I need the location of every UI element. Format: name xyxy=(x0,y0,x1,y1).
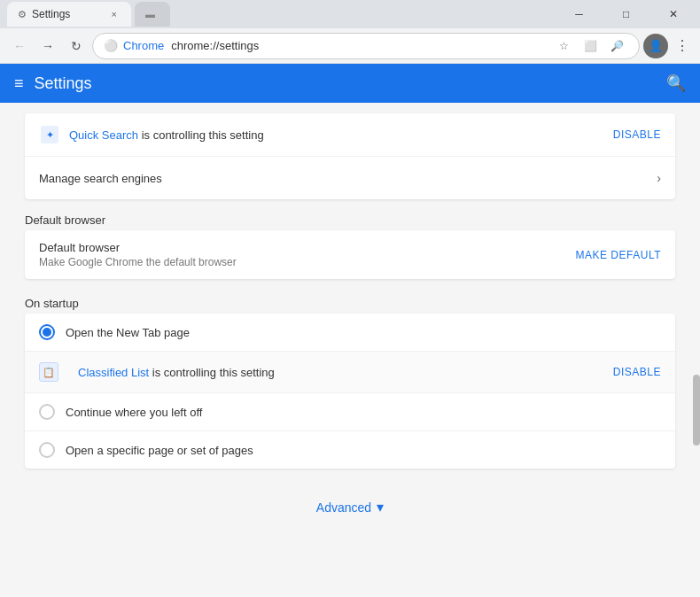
continue-option-row[interactable]: Continue where you left off xyxy=(25,393,675,431)
new-tab-radio-inner xyxy=(43,328,51,337)
manage-engines-arrow: › xyxy=(657,171,661,185)
new-tab-option-row[interactable]: Open the New Tab page xyxy=(25,314,675,352)
new-tab-label: Open the New Tab page xyxy=(66,326,190,339)
on-startup-card: Open the New Tab page 📋 Classified List … xyxy=(25,314,675,469)
address-bar[interactable]: ⚪ Chrome chrome://settings ☆ ⬜ 🔎 xyxy=(92,33,640,59)
continue-radio[interactable] xyxy=(39,404,55,420)
search-icon[interactable]: 🔍 xyxy=(666,74,686,93)
continue-label: Continue where you left off xyxy=(66,406,202,419)
maximize-button[interactable]: □ xyxy=(606,0,646,28)
page-title: Settings xyxy=(35,74,656,93)
default-browser-subtitle: Make Google Chrome the default browser xyxy=(39,256,576,268)
make-default-button[interactable]: MAKE DEFAULT xyxy=(576,249,661,261)
inactive-tab-indicator: ▬ xyxy=(145,9,155,19)
inactive-tab[interactable]: ▬ xyxy=(135,2,170,27)
quick-search-link[interactable]: Quick Search xyxy=(69,128,138,142)
new-tab-radio[interactable] xyxy=(39,324,55,340)
classified-list-row: 📋 Classified List is controlling this se… xyxy=(25,352,675,393)
search-control-section: ✦ Quick Search is controlling this setti… xyxy=(0,113,700,199)
search-disable-button[interactable]: DISABLE xyxy=(613,128,661,141)
chrome-icon: ⚪ xyxy=(104,39,118,52)
search-control-suffix: is controlling this setting xyxy=(138,128,264,142)
search-control-text: Quick Search is controlling this setting xyxy=(69,128,613,142)
minimize-button[interactable]: ─ xyxy=(559,0,599,28)
window-controls: ─ □ ✕ xyxy=(559,0,693,28)
manage-engines-label: Manage search engines xyxy=(39,172,657,185)
content-area: ✦ Quick Search is controlling this setti… xyxy=(0,103,700,597)
active-tab[interactable]: ⚙ Settings × xyxy=(7,2,131,27)
advanced-arrow-icon: ▾ xyxy=(377,499,384,516)
on-startup-label: On startup xyxy=(25,290,675,314)
bookmark-button[interactable]: ☆ xyxy=(552,35,575,58)
default-browser-row: Default browser Make Google Chrome the d… xyxy=(25,230,675,279)
default-browser-section: Default browser Default browser Make Goo… xyxy=(0,206,700,279)
menu-button[interactable]: ⋮ xyxy=(672,34,693,58)
default-browser-card: Default browser Make Google Chrome the d… xyxy=(25,230,675,279)
close-button[interactable]: ✕ xyxy=(653,0,693,28)
address-actions: ☆ ⬜ 🔎 xyxy=(552,35,628,58)
url-site: Chrome xyxy=(123,39,164,52)
classified-list-icon: 📋 xyxy=(39,362,58,382)
lens-button[interactable]: 🔎 xyxy=(605,35,628,58)
url-text: chrome://settings xyxy=(171,39,547,52)
classified-list-suffix: is controlling this setting xyxy=(149,366,275,379)
settings-tab-icon: ⚙ xyxy=(18,9,27,20)
default-browser-title: Default browser xyxy=(39,241,576,254)
specific-page-label: Open a specific page or set of pages xyxy=(66,444,253,457)
advanced-button[interactable]: Advanced ▾ xyxy=(306,493,394,521)
default-browser-content: Default browser Make Google Chrome the d… xyxy=(39,241,576,268)
nav-right: 👤 ⋮ xyxy=(643,34,693,58)
advanced-label: Advanced xyxy=(316,500,371,515)
forward-button[interactable]: → xyxy=(35,34,60,58)
manage-engines-row[interactable]: Manage search engines › xyxy=(25,157,675,199)
title-bar-left: ⚙ Settings × ▬ xyxy=(7,2,554,27)
user-avatar[interactable]: 👤 xyxy=(643,34,668,58)
refresh-button[interactable]: ↻ xyxy=(64,34,89,58)
cast-button[interactable]: ⬜ xyxy=(579,35,602,58)
specific-page-option-row[interactable]: Open a specific page or set of pages xyxy=(25,431,675,469)
tab-title: Settings xyxy=(32,8,70,20)
scrollbar-thumb[interactable] xyxy=(693,375,700,446)
on-startup-section: On startup Open the New Tab page 📋 Class… xyxy=(0,290,700,469)
navigation-bar: ← → ↻ ⚪ Chrome chrome://settings ☆ ⬜ 🔎 👤… xyxy=(0,28,700,64)
back-button[interactable]: ← xyxy=(7,34,32,58)
search-control-card: ✦ Quick Search is controlling this setti… xyxy=(25,113,675,199)
advanced-section: Advanced ▾ xyxy=(0,476,700,530)
classified-disable-button[interactable]: DISABLE xyxy=(613,366,661,378)
specific-page-radio[interactable] xyxy=(39,442,55,458)
default-browser-label: Default browser xyxy=(25,206,675,230)
main-content: ✦ Quick Search is controlling this setti… xyxy=(0,103,700,597)
scrollbar-track[interactable] xyxy=(693,103,700,597)
chrome-header: ≡ Settings 🔍 xyxy=(0,64,700,103)
classified-list-link[interactable]: Classified List xyxy=(78,366,149,379)
title-bar: ⚙ Settings × ▬ ─ □ ✕ xyxy=(0,0,700,28)
hamburger-menu[interactable]: ≡ xyxy=(14,74,24,93)
tab-close-button[interactable]: × xyxy=(108,7,121,21)
quick-search-icon: ✦ xyxy=(39,124,60,145)
search-control-row: ✦ Quick Search is controlling this setti… xyxy=(25,113,675,157)
classified-list-text: Classified List is controlling this sett… xyxy=(78,366,603,379)
